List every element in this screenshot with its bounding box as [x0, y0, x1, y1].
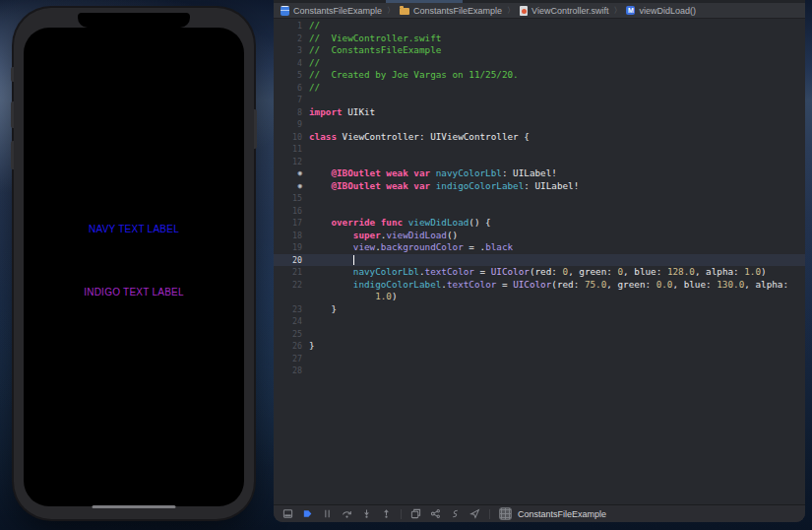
- text-cursor: [353, 255, 354, 265]
- breakpoints-toggle-button[interactable]: [302, 508, 313, 519]
- code-line[interactable]: 20: [274, 254, 805, 267]
- line-number[interactable]: 12: [274, 156, 309, 168]
- line-number[interactable]: 6: [274, 82, 309, 95]
- code-line[interactable]: 1.0): [274, 291, 805, 303]
- line-number[interactable]: 28: [274, 364, 309, 377]
- code-line[interactable]: 25: [274, 328, 805, 341]
- breadcrumb-method[interactable]: M viewDidLoad(): [626, 6, 696, 16]
- code-line[interactable]: 22 indigoColorLabel.textColor = UIColor(…: [274, 279, 805, 292]
- line-number[interactable]: 19: [274, 241, 309, 254]
- method-badge-icon: M: [626, 6, 635, 15]
- step-over-button[interactable]: [342, 508, 352, 519]
- code-line[interactable]: 15: [274, 192, 805, 205]
- code-line[interactable]: 10class ViewController: UIViewController…: [274, 131, 805, 144]
- outlet-connection-icon[interactable]: ◉: [274, 167, 309, 180]
- code-text: //: [309, 57, 320, 70]
- breadcrumb-file[interactable]: ViewController.swift: [520, 6, 608, 16]
- xcode-window: ConstantsFileExample 〉 ConstantsFileExam…: [274, 0, 805, 522]
- code-line[interactable]: 18 super.viewDidLoad(): [274, 230, 805, 242]
- line-number[interactable]: 10: [274, 131, 309, 144]
- volume-down-button: [11, 141, 14, 169]
- breadcrumb-method-label: viewDidLoad(): [639, 6, 696, 16]
- code-text: 1.0): [309, 291, 398, 303]
- line-number[interactable]: 17: [274, 217, 309, 230]
- code-line[interactable]: 5// Created by Joe Vargas on 11/25/20.: [274, 69, 805, 82]
- environment-overrides-button[interactable]: [450, 508, 461, 519]
- code-line[interactable]: 4//: [274, 57, 805, 70]
- line-number[interactable]: 1: [274, 20, 309, 33]
- code-text: //: [309, 20, 320, 33]
- toggle-debug-area-button[interactable]: [282, 508, 293, 519]
- step-into-button[interactable]: [361, 508, 372, 519]
- source-editor[interactable]: 1//2// ViewController.swift3// Constants…: [274, 19, 805, 504]
- app-icon: [499, 507, 512, 520]
- divider: [489, 509, 490, 519]
- line-number[interactable]: 4: [274, 57, 309, 70]
- tab-strip: [274, 0, 805, 3]
- pause-button[interactable]: [322, 508, 333, 519]
- code-line[interactable]: 19 view.backgroundColor = .black: [274, 241, 805, 254]
- code-line[interactable]: 8import UIKit: [274, 106, 805, 119]
- line-number[interactable]: 11: [274, 143, 309, 156]
- code-line[interactable]: 6//: [274, 82, 805, 95]
- chevron-right-icon: 〉: [507, 5, 515, 16]
- code-line[interactable]: 3// ConstantsFileExample: [274, 44, 805, 57]
- line-number[interactable]: 22: [274, 279, 309, 292]
- code-line[interactable]: 27: [274, 353, 805, 365]
- line-number[interactable]: 15: [274, 192, 309, 205]
- selected-tab-edge[interactable]: [386, 0, 463, 3]
- line-number[interactable]: 18: [274, 230, 309, 242]
- debug-view-hierarchy-button[interactable]: [410, 508, 421, 519]
- line-number[interactable]: 26: [274, 340, 309, 353]
- code-text: // ViewController.swift: [309, 33, 441, 45]
- power-button: [254, 109, 257, 149]
- breadcrumb-file-label: ViewController.swift: [531, 6, 608, 16]
- code-line[interactable]: 12: [274, 156, 805, 168]
- simulator-window[interactable]: NAVY TEXT LABEL INDIGO TEXT LABEL: [14, 8, 254, 519]
- line-number[interactable]: 3: [274, 44, 309, 57]
- line-number[interactable]: 27: [274, 353, 309, 365]
- code-text: indigoColorLabel.textColor = UIColor(red…: [309, 279, 788, 292]
- code-line[interactable]: 28: [274, 364, 805, 377]
- breadcrumb-project[interactable]: ConstantsFileExample: [281, 6, 382, 16]
- line-number[interactable]: 21: [274, 266, 309, 279]
- code-line[interactable]: 24: [274, 315, 805, 328]
- debug-memory-graph-button[interactable]: [430, 508, 441, 519]
- folder-icon: [400, 8, 409, 15]
- code-line[interactable]: 17 override func viewDidLoad() {: [274, 217, 805, 230]
- code-line[interactable]: 23 }: [274, 303, 805, 316]
- code-text: // ConstantsFileExample: [309, 44, 441, 57]
- code-line[interactable]: 11: [274, 143, 805, 156]
- code-line[interactable]: 16: [274, 205, 805, 218]
- home-indicator[interactable]: [93, 505, 176, 508]
- desktop: NAVY TEXT LABEL INDIGO TEXT LABEL Consta…: [0, 0, 812, 530]
- code-line[interactable]: 26}: [274, 340, 805, 353]
- line-number[interactable]: 2: [274, 33, 309, 45]
- code-line[interactable]: 1//: [274, 20, 805, 33]
- outlet-connection-icon[interactable]: ◉: [274, 180, 309, 193]
- code-line[interactable]: ◉ @IBOutlet weak var navyColorLbl: UILab…: [274, 167, 805, 180]
- line-number[interactable]: 9: [274, 118, 309, 131]
- code-line[interactable]: 7: [274, 94, 805, 106]
- code-text: // Created by Joe Vargas on 11/25/20.: [309, 69, 519, 82]
- code-line[interactable]: 9: [274, 118, 805, 131]
- line-number[interactable]: 23: [274, 303, 309, 316]
- line-number[interactable]: 8: [274, 106, 309, 119]
- code-line[interactable]: 21 navyColorLbl.textColor = UIColor(red:…: [274, 266, 805, 279]
- line-number[interactable]: 25: [274, 328, 309, 341]
- breadcrumb-group-label: ConstantsFileExample: [413, 6, 502, 16]
- step-out-button[interactable]: [381, 508, 392, 519]
- code-line[interactable]: ◉ @IBOutlet weak var indigoColorLabel: U…: [274, 180, 805, 193]
- line-number[interactable]: 7: [274, 94, 309, 106]
- line-number[interactable]: 24: [274, 315, 309, 328]
- code-line[interactable]: 2// ViewController.swift: [274, 33, 805, 45]
- breadcrumb-group[interactable]: ConstantsFileExample: [400, 6, 502, 16]
- line-number[interactable]: 5: [274, 69, 309, 82]
- simulate-location-button[interactable]: [469, 508, 480, 519]
- chevron-right-icon: 〉: [387, 5, 395, 16]
- line-number[interactable]: 16: [274, 205, 309, 218]
- notch: [78, 13, 190, 28]
- indigo-text-label: INDIGO TEXT LABEL: [84, 287, 184, 298]
- simulator-screen[interactable]: [24, 28, 244, 506]
- line-number[interactable]: 20: [274, 254, 309, 267]
